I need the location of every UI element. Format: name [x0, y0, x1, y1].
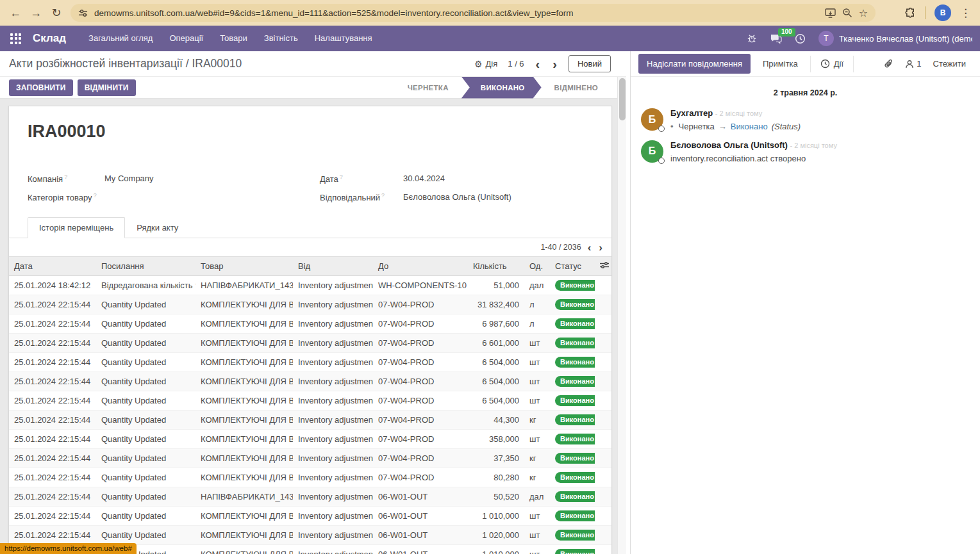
table-row[interactable]: 25.01.2024 22:15:44Quantity UpdatedКОМПЛ… [9, 391, 612, 410]
log-note-button[interactable]: Примітка [760, 59, 801, 69]
cast-icon[interactable] [825, 8, 836, 18]
workflow-button[interactable]: ВІДМІНИТИ [78, 79, 136, 96]
col-unit[interactable]: Од. [524, 256, 550, 275]
table-row[interactable]: 25.01.2024 22:15:44Quantity UpdatedКОМПЛ… [9, 448, 612, 468]
new-record-button[interactable]: Новий [569, 55, 611, 72]
cell-product: НАПІВФАБРИКАТИ_143 [195, 275, 293, 295]
followers-button[interactable]: 1 [905, 59, 921, 69]
app-name[interactable]: Склад [33, 32, 66, 45]
col-reference[interactable]: Посилання [96, 256, 195, 275]
nav-menu-item[interactable]: Звітність [256, 26, 306, 51]
table-row[interactable]: 25.01.2024 22:15:44Quantity UpdatedКОМПЛ… [9, 352, 612, 371]
optional-columns-icon[interactable] [595, 256, 612, 275]
address-bar[interactable]: demowms.unitsoft.com.ua/web#id=9&cids=1&… [71, 4, 876, 22]
table-row[interactable]: 25.01.2024 22:15:44Quantity UpdatedКОМПЛ… [9, 525, 612, 544]
messages-icon[interactable]: 100 [770, 33, 782, 44]
pager-next-icon[interactable]: › [551, 58, 558, 70]
message: ББухгалтер - 2 місяці тому•Чернетка→Вико… [631, 104, 980, 136]
forward-icon[interactable]: → [26, 3, 46, 23]
cell-reference: Quantity Updated [96, 352, 195, 371]
cell-to: 07-W04-PROD [373, 314, 468, 333]
col-date[interactable]: Дата [9, 256, 96, 275]
schedule-activity-button[interactable]: Дії [820, 59, 843, 69]
company-value[interactable]: My Company [104, 174, 320, 184]
cell-reference: Quantity Updated [96, 506, 195, 525]
list-next-icon[interactable]: › [597, 242, 604, 253]
nav-menu-item[interactable]: Товари [212, 26, 256, 51]
tracking-old-value: Чернетка [679, 122, 715, 131]
list-prev-icon[interactable]: ‹ [586, 242, 593, 253]
site-settings-icon[interactable] [78, 8, 88, 18]
date-value[interactable]: 30.04.2024 [403, 174, 595, 184]
statusbar-stage[interactable]: ВИКОНАНО [461, 77, 542, 99]
cell-reference: Quantity Updated [96, 429, 195, 448]
cell-quantity: 1 010,000 [468, 544, 524, 554]
message-author[interactable]: Бєловолова Ольга (Unitsoft) [670, 140, 788, 150]
nav-menu-item[interactable]: Загальний огляд [80, 26, 161, 51]
table-row[interactable]: 25.01.2024 22:15:44Quantity UpdatedКОМПЛ… [9, 468, 612, 487]
table-row[interactable]: 25.01.2024 22:15:44Quantity UpdatedНАПІВ… [9, 487, 612, 506]
col-status[interactable]: Статус [550, 256, 595, 275]
table-row[interactable]: 25.01.2024 22:15:44Quantity UpdatedКОМПЛ… [9, 295, 612, 314]
cell-quantity: 6 987,600 [468, 314, 524, 333]
vertical-scrollbar[interactable] [617, 77, 626, 554]
reload-icon[interactable]: ↻ [46, 3, 67, 23]
table-row[interactable]: 25.01.2024 22:15:44Quantity UpdatedКОМПЛ… [9, 410, 612, 429]
breadcrumb[interactable]: Акти розбіжностей інвентаризації / IRA00… [9, 57, 242, 70]
url-text[interactable]: demowms.unitsoft.com.ua/web#id=9&cids=1&… [94, 8, 818, 18]
responsible-value[interactable]: Бєловолова Ольга (Unitsoft) [403, 192, 595, 202]
cell-reference: Quantity Updated [96, 295, 195, 314]
extensions-icon[interactable] [905, 8, 916, 19]
debug-bug-icon[interactable] [747, 33, 757, 44]
workflow-button[interactable]: ЗАПОВНИТИ [9, 79, 73, 96]
statusbar-stage[interactable]: ВІДМІНЕНО [542, 77, 611, 99]
col-from[interactable]: Від [293, 256, 373, 275]
message-author[interactable]: Бухгалтер [670, 108, 713, 118]
scrollbar-thumb[interactable] [619, 78, 626, 120]
statusbar-stage[interactable]: ЧЕРНЕТКА [395, 77, 461, 99]
cell-empty [595, 448, 612, 468]
activities-clock-icon[interactable] [795, 33, 806, 44]
col-quantity[interactable]: Кількість [468, 256, 524, 275]
status-badge: Виконано [555, 376, 595, 387]
cell-unit: шт [524, 352, 550, 371]
cell-product: КОМПЛЕКТУЮЧІ ДЛЯ ВИР... [195, 391, 293, 410]
notebook-tab[interactable]: Рядки акту [125, 217, 190, 238]
control-panel-right: ⚙ Дія 1 / 6 ‹ › Новий [474, 55, 616, 72]
table-row[interactable]: 25.01.2024 22:15:44Quantity UpdatedКОМПЛ… [9, 333, 612, 352]
cell-empty [595, 410, 612, 429]
browser-profile-avatar[interactable]: B [934, 4, 951, 21]
action-menu-button[interactable]: ⚙ Дія [474, 59, 497, 69]
table-row[interactable]: 25.01.2024 22:15:44Quantity UpdatedКОМПЛ… [9, 506, 612, 525]
send-message-button[interactable]: Надіслати повідомлення [638, 54, 751, 74]
cell-quantity: 6 504,000 [468, 352, 524, 371]
nav-menu-item[interactable]: Операції [161, 26, 212, 51]
action-menu-label: Дія [486, 59, 498, 69]
browser-menu-icon[interactable]: ⋮ [960, 6, 971, 20]
table-row[interactable]: 25.01.2024 18:42:12Відредагована кількіс… [9, 275, 612, 295]
cell-to: 07-W04-PROD [373, 468, 468, 487]
notebook-tab[interactable]: Історія переміщень [28, 217, 125, 238]
attachment-icon[interactable] [884, 59, 893, 69]
table-row[interactable]: 25.01.2024 22:15:44Quantity UpdatedКОМПЛ… [9, 429, 612, 448]
pager-prev-icon[interactable]: ‹ [535, 58, 542, 70]
col-to[interactable]: До [373, 256, 468, 275]
table-row[interactable]: 25.01.2024 22:15:44Quantity UpdatedКОМПЛ… [9, 314, 612, 333]
cell-empty [595, 314, 612, 333]
bookmark-star-icon[interactable]: ☆ [859, 7, 868, 19]
table-row[interactable]: 25.01.2024 22:15:44Quantity UpdatedКОМПЛ… [9, 371, 612, 391]
follow-button[interactable]: Стежити [933, 59, 966, 69]
schedule-activity-label: Дії [834, 59, 843, 69]
message-header: Бєловолова Ольга (Unitsoft) - 2 місяці т… [670, 140, 837, 151]
cell-status: Виконано [550, 487, 595, 506]
apps-grid-icon[interactable] [8, 33, 24, 44]
record-pager: 1 / 6 [508, 59, 524, 69]
back-icon[interactable]: ← [5, 3, 26, 23]
user-menu[interactable]: T Ткаченко Вячеслав (Unitsoft) (demow... [818, 31, 972, 46]
product-category-value[interactable] [104, 192, 320, 202]
gear-icon: ⚙ [474, 59, 483, 69]
nav-menu-item[interactable]: Налаштування [306, 26, 381, 51]
zoom-out-icon[interactable] [842, 8, 852, 18]
col-product[interactable]: Товар [195, 256, 293, 275]
cell-status: Виконано [550, 333, 595, 352]
